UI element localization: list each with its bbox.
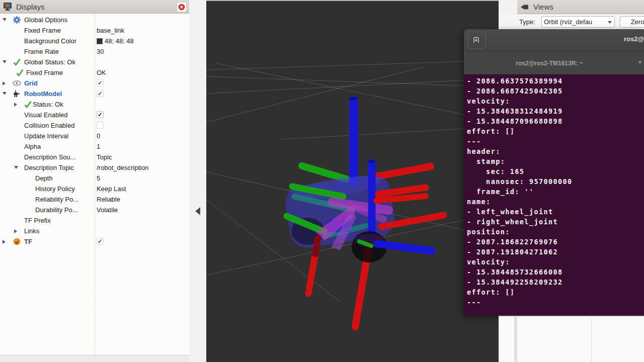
property-value-text[interactable]: 30: [97, 48, 104, 55]
views-panel-body: [499, 316, 644, 362]
terminal-line: - 15.384487096680898: [467, 116, 644, 126]
property-value: 1: [97, 143, 100, 150]
property-label: RobotModel: [24, 90, 62, 98]
new-tab-button[interactable]: [468, 32, 486, 49]
checkbox-checked[interactable]: ✓: [97, 111, 104, 118]
displays-panel: Displays Global OptionsFixed Framebase_l…: [0, 0, 189, 362]
check-icon: [13, 58, 21, 66]
terminal-output[interactable]: - 2086.6637576389994- 2086.6687425042305…: [464, 74, 644, 316]
chevron-right-icon[interactable]: [14, 103, 17, 107]
property-label: Alpha: [24, 143, 41, 150]
terminal-line: - 2087.186822769076: [467, 237, 644, 247]
checkbox-checked[interactable]: ✓: [97, 238, 104, 245]
property-value: Topic: [97, 153, 112, 161]
displays-close-button[interactable]: [177, 2, 187, 12]
chevron-down-icon[interactable]: [14, 166, 18, 169]
property-value-text[interactable]: 5: [97, 174, 100, 182]
property-label: Global Options: [24, 16, 67, 24]
view-type-label: Type:: [519, 18, 535, 26]
terminal-line: position:: [467, 227, 644, 237]
terminal-line: - left_wheel_joint: [467, 207, 644, 217]
terminal-line: header:: [467, 146, 644, 156]
property-label: TF Prefix: [24, 217, 51, 224]
color-swatch[interactable]: [97, 38, 103, 44]
property-value: ✓: [97, 111, 104, 118]
terminal-line: sec: 165: [467, 166, 644, 176]
new-tab-icon: [472, 36, 481, 44]
property-value: 48; 48; 48: [97, 37, 134, 45]
tab-overflow-chevron-icon[interactable]: [638, 61, 642, 64]
property-value-text[interactable]: 0: [97, 132, 100, 140]
property-value: 30: [97, 48, 104, 55]
terminal-tab-title: ros2@ros2-TM1613R: ~: [516, 60, 583, 67]
panel-splitter[interactable]: [189, 0, 206, 362]
property-value: base_link: [97, 27, 124, 34]
property-value-text[interactable]: Keep Last: [97, 185, 126, 193]
property-label: History Policy: [35, 185, 75, 193]
chevron-down-icon[interactable]: [3, 18, 7, 21]
check-icon: [16, 68, 24, 77]
tree-column-divider[interactable]: [95, 14, 95, 354]
close-icon: [178, 4, 185, 11]
property-value: ✓: [97, 79, 104, 86]
property-value-text[interactable]: base_link: [97, 27, 124, 34]
checkbox-unchecked[interactable]: [97, 122, 104, 129]
views-panel-titlebar: Views: [517, 0, 644, 14]
robot-scene: [206, 1, 499, 362]
property-value-text[interactable]: 1: [97, 143, 100, 150]
property-label: Visual Enabled: [24, 111, 68, 119]
property-value-text[interactable]: Volatile: [97, 206, 118, 214]
grid-icon: [13, 79, 21, 87]
property-value: OK: [97, 69, 106, 76]
tf-y-axis-top: [302, 166, 346, 179]
terminal-line: - 2086.6687425042305: [467, 86, 644, 96]
terminal-headerbar[interactable]: ros2@: [464, 29, 644, 52]
terminal-line: frame_id: '': [467, 187, 644, 197]
chevron-right-icon[interactable]: [3, 240, 6, 244]
checkbox-checked[interactable]: ✓: [97, 79, 104, 86]
collapse-left-icon[interactable]: [195, 207, 200, 215]
property-value: 5: [97, 174, 100, 182]
property-label: Description Sou...: [24, 153, 76, 161]
property-label: TF: [24, 238, 32, 245]
views-panel-edge: [514, 317, 517, 362]
terminal-line: velocity:: [467, 96, 644, 106]
camera-icon: [520, 4, 529, 11]
render-viewport[interactable]: [206, 0, 499, 362]
view-type-dropdown[interactable]: Orbit (rviz_defau: [541, 16, 615, 28]
property-value-text[interactable]: Reliable: [97, 196, 120, 203]
property-label: Global Status: Ok: [24, 58, 75, 66]
chevron-down-icon[interactable]: [3, 60, 7, 63]
checkbox-checked[interactable]: ✓: [97, 90, 104, 97]
terminal-line: ---: [467, 136, 644, 146]
property-value: Reliable: [97, 196, 120, 203]
property-value-text[interactable]: /robot_description: [97, 164, 148, 171]
terminal-window-title: ros2@: [624, 35, 644, 43]
terminal-line: velocity:: [467, 257, 644, 267]
property-label: Fixed Frame: [24, 27, 61, 34]
property-label: Background Color: [24, 37, 76, 45]
property-label: Update Interval: [24, 132, 68, 140]
terminal-line: - right_wheel_joint: [467, 217, 644, 227]
views-type-row: Type: Orbit (rviz_defau Zero: [499, 14, 644, 29]
terminal-line: effort: []: [467, 287, 644, 297]
terminal-window: ros2@ ros2@ros2-TM1613R: ~ - 2086.663757…: [464, 29, 644, 316]
property-value: ✓: [97, 238, 104, 245]
terminal-line: - 15.384638312484919: [467, 106, 644, 116]
property-label: Description Topic: [24, 164, 74, 171]
zero-button[interactable]: Zero: [620, 16, 644, 28]
terminal-tab[interactable]: ros2@ros2-TM1613R: ~: [464, 52, 635, 74]
chevron-down-icon[interactable]: [3, 92, 7, 95]
property-label: Collision Enabled: [24, 122, 74, 129]
displays-icon: [3, 2, 12, 11]
property-value: Volatile: [97, 206, 118, 214]
property-value-text[interactable]: 48; 48; 48: [105, 37, 134, 45]
gear-icon: [13, 16, 21, 24]
tf-x-axis-top: [376, 166, 431, 176]
chevron-right-icon[interactable]: [14, 229, 17, 233]
chevron-right-icon[interactable]: [3, 81, 6, 85]
terminal-line: nanosec: 957000000: [467, 176, 644, 187]
robot-icon: [13, 89, 21, 98]
property-value-text[interactable]: Topic: [97, 153, 112, 161]
displays-panel-bottom-strip: [0, 355, 189, 362]
